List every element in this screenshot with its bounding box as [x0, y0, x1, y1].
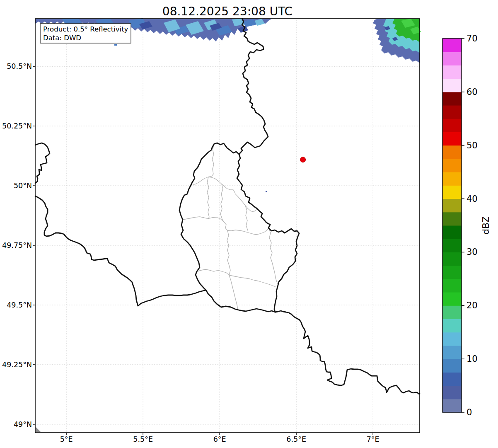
colorbar-segment	[442, 199, 462, 212]
colorbar-tick-label: 50	[467, 140, 478, 150]
colorbar-tick-label: 30	[467, 247, 478, 257]
colorbar-segment	[442, 132, 462, 145]
colorbar-tick-label: 40	[467, 194, 478, 204]
x-tick-label: 6.5°E	[286, 435, 306, 443]
y-tick-label: 49.25°N	[2, 361, 32, 369]
data-source-label: Data: DWD	[43, 34, 81, 42]
colorbar-segment	[442, 399, 462, 412]
radar-echo-layer	[35, 18, 421, 192]
colorbar-segment	[442, 305, 462, 319]
colorbar-tick-label: 10	[467, 354, 478, 364]
product-label: Product: 0.5° Reflectivity	[43, 25, 128, 33]
colorbar-segment	[442, 172, 462, 186]
colorbar-segment	[442, 319, 462, 332]
colorbar-segment	[442, 105, 462, 119]
canton-line	[227, 230, 238, 309]
country-borders	[35, 19, 420, 394]
border-givet-salient	[35, 143, 50, 183]
radar-figure: 08.12.2025 23:08 UTC	[0, 0, 498, 448]
colorbar-tick-label: 70	[467, 34, 478, 44]
y-tick-label: 50°N	[14, 182, 32, 190]
canton-line	[245, 206, 248, 230]
colorbar-segment	[442, 239, 462, 252]
echo-band-dark-streaks	[139, 21, 267, 192]
y-tick-label: 49.75°N	[2, 241, 32, 249]
colorbar-tick-label: 20	[467, 300, 478, 310]
colorbar-segment	[442, 345, 462, 359]
x-tick-label: 5°E	[60, 435, 73, 443]
canton-line	[191, 177, 257, 212]
colorbar-segment	[442, 39, 462, 52]
y-tick-label: 49°N	[14, 420, 32, 429]
figure-title: 08.12.2025 23:08 UTC	[162, 5, 293, 18]
echo-speck	[114, 44, 117, 46]
colorbar-segment	[442, 332, 462, 346]
x-tick-label: 6°E	[213, 435, 226, 443]
corner-wedge	[36, 427, 41, 432]
colorbar-segment	[442, 292, 462, 306]
colorbar-segment	[442, 158, 462, 172]
canton-line	[183, 217, 268, 235]
colorbar-segment	[442, 372, 462, 386]
colorbar-segment	[442, 359, 462, 373]
canton-line	[207, 177, 209, 219]
colorbar-segment	[442, 145, 462, 159]
colorbar-segment	[442, 265, 462, 279]
colorbar-segment	[442, 212, 462, 225]
colorbar-segment	[442, 65, 462, 79]
product-info-box: Product: 0.5° Reflectivity Data: DWD	[40, 24, 131, 43]
echo-speck	[266, 191, 267, 192]
border-luxembourg-west-south	[179, 210, 275, 312]
colorbar-segment	[442, 119, 462, 132]
canton-line	[197, 269, 276, 287]
colorbar-segment	[442, 252, 462, 266]
colorbar-segment	[442, 385, 462, 399]
canton-line	[220, 184, 224, 222]
colorbar-segment	[442, 52, 462, 65]
colorbar-segment	[442, 92, 462, 105]
colorbar-segment	[442, 278, 462, 292]
canton-line	[268, 228, 278, 284]
colorbar-tick-label: 60	[467, 87, 478, 97]
x-tick-label: 5.5°E	[133, 435, 153, 443]
red-marker	[300, 157, 306, 162]
colorbar-segment	[442, 185, 462, 199]
axis-ticks	[33, 66, 373, 435]
colorbar: 010203040506070	[442, 34, 478, 417]
y-tick-label: 50.5°N	[7, 62, 32, 70]
border-france-germany	[275, 311, 420, 394]
marker-layer	[300, 157, 306, 162]
canton-borders	[183, 145, 278, 309]
border-belgium-germany	[239, 19, 268, 154]
colorbar-tick-label: 0	[467, 407, 472, 417]
colorbar-segment	[442, 225, 462, 239]
axis-tick-labels: 5°E5.5°E6°E6.5°E7°E50.5°N50.25°N50°N49.7…	[2, 62, 380, 443]
y-tick-label: 50.25°N	[2, 122, 32, 130]
y-tick-label: 49.5°N	[7, 301, 32, 309]
x-tick-label: 7°E	[367, 435, 380, 443]
colorbar-segment	[442, 78, 462, 92]
colorbar-unit-label: dBZ	[481, 216, 491, 235]
border-luxembourg-germany	[237, 154, 299, 312]
